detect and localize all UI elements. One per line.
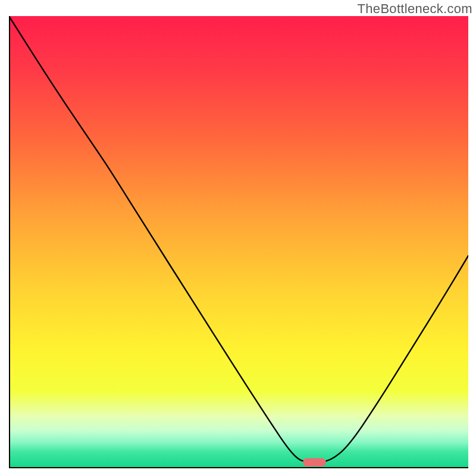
plot-area [9, 16, 468, 468]
gradient-background [10, 16, 468, 468]
watermark-text: TheBottleneck.com [358, 1, 472, 17]
chart-stage: TheBottleneck.com [0, 0, 476, 476]
optimum-marker [303, 458, 326, 466]
bottleneck-plot [9, 16, 468, 468]
